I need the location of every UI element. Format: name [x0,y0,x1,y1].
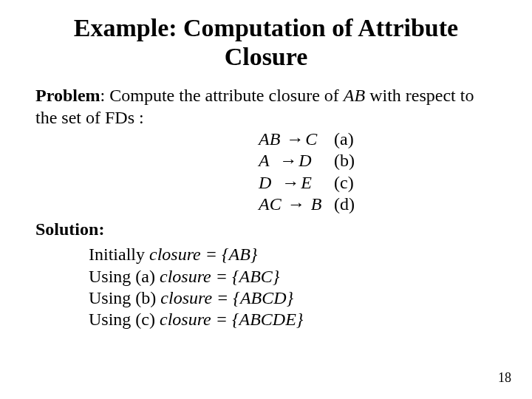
step-2-var: closure [160,288,212,307]
fd-c-rhs: E [301,173,312,192]
fd-c-lhs: D [259,173,271,192]
fd-b-rhs: D [299,151,311,170]
fd-b-lhs: A [259,151,269,170]
problem-text-1: : Compute the attribute closure of [100,86,344,105]
slide: Example: Computation of Attribute Closur… [0,0,532,399]
slide-title: Example: Computation of Attribute Closur… [0,0,532,77]
step-1-prefix: Using (a) [89,267,160,286]
step-b: Using (b) closure = {ABCD} [89,287,532,309]
step-1-rest: = {ABC} [211,267,280,286]
page-number: 18 [498,370,511,386]
arrow-icon: → [284,129,305,150]
step-3-rest: = {ABCDE} [211,310,304,329]
step-a: Using (a) closure = {ABC} [89,266,532,287]
solution-label-text: Solution [35,219,98,239]
problem-label: Problem [35,86,100,105]
fd-row-d: AC → B(d) [259,194,497,215]
step-3-prefix: Using (c) [89,310,160,329]
solution-heading: Solution: [0,219,532,239]
problem-ab: AB [344,86,365,105]
fd-row-b: A →D(b) [259,150,497,171]
fd-c-tag: (c) [334,173,354,192]
fd-row-c: D →E(c) [259,172,497,194]
step-2-prefix: Using (b) [89,288,160,307]
arrow-icon: → [280,172,301,194]
step-0-var: closure [149,245,201,264]
step-0-prefix: Initially [89,245,149,264]
problem-statement: Problem: Compute the attribute closure o… [35,84,497,129]
step-2-rest: = {ABCD} [212,288,293,307]
fd-b-tag: (b) [334,151,355,170]
arrow-icon: → [278,150,299,171]
arrow-icon: → [286,194,307,215]
fd-list: AB →C(a) A →D(b) D →E(c) AC → B(d) [259,129,497,215]
step-3-var: closure [160,310,211,329]
solution-steps: Initially closure = {AB} Using (a) closu… [0,244,532,330]
slide-body: Problem: Compute the attribute closure o… [0,77,532,215]
step-c: Using (c) closure = {ABCDE} [89,309,532,330]
fd-a-tag: (a) [334,129,354,149]
solution-colon: : [98,219,104,239]
fd-d-rhs: B [311,194,322,214]
fd-a-lhs: AB [259,129,280,149]
fd-d-lhs: AC [259,194,282,214]
step-0-rest: = {AB} [201,245,258,264]
fd-row-a: AB →C(a) [259,129,497,150]
fd-a-rhs: C [305,129,317,149]
step-initial: Initially closure = {AB} [89,244,532,265]
fd-d-tag: (d) [334,194,355,214]
step-1-var: closure [160,267,211,286]
